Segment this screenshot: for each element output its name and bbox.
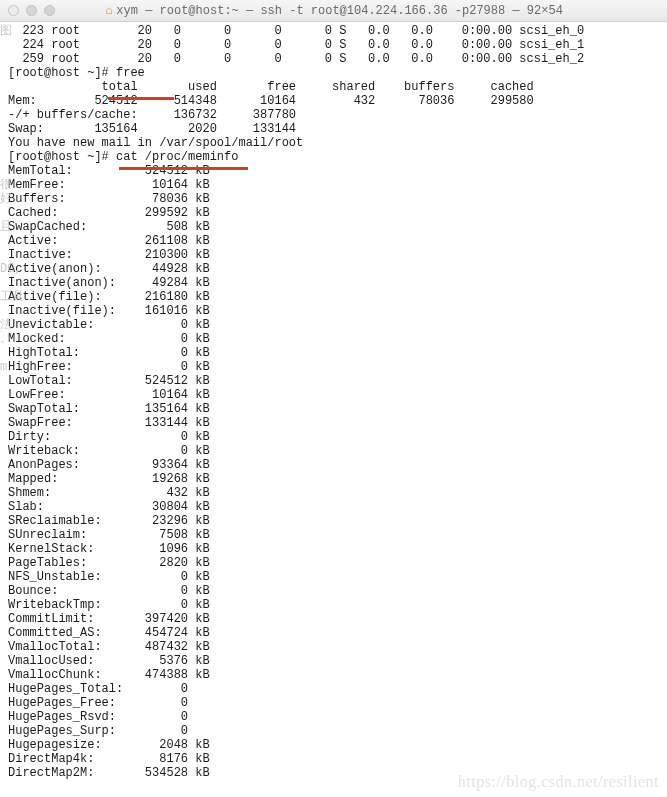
home-icon: ⌂ xyxy=(105,4,112,18)
underline-total xyxy=(108,97,174,100)
window-title-bar: ⌂xym — root@host:~ — ssh -t root@104.224… xyxy=(0,0,667,22)
window-title-text: xym — root@host:~ — ssh -t root@104.224.… xyxy=(116,4,562,18)
close-button[interactable] xyxy=(8,5,19,16)
minimize-button[interactable] xyxy=(26,5,37,16)
terminal-output[interactable]: 223 root 20 0 0 0 0 S 0.0 0.0 0:00.00 sc… xyxy=(0,22,667,784)
window-title: ⌂xym — root@host:~ — ssh -t root@104.224… xyxy=(39,4,629,18)
left-gutter: 图 很 好 且 DC, 工具 法 。 m xyxy=(0,22,10,797)
watermark: https://blog.csdn.net/resilient xyxy=(458,773,659,791)
underline-cat-cmd xyxy=(119,167,248,170)
